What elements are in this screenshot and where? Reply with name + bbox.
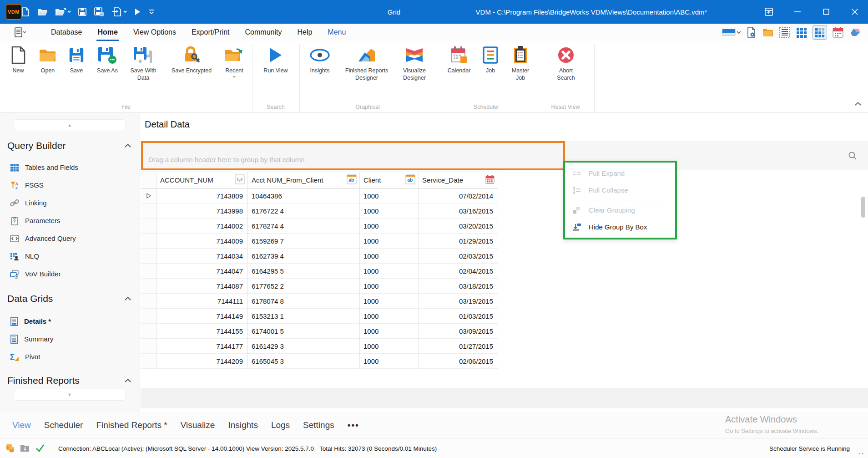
search-icon[interactable] bbox=[848, 151, 857, 162]
save-to-folder-icon[interactable] bbox=[20, 443, 30, 454]
save-button[interactable]: Save bbox=[65, 45, 88, 74]
row-expand-cell[interactable] bbox=[141, 188, 156, 204]
table-row[interactable]: 7144009 6159269 7 1000 01/29/2015 bbox=[141, 234, 498, 249]
sidebar-item-parameters[interactable]: ? Parameters bbox=[0, 212, 140, 229]
row-selector-cell[interactable] bbox=[141, 294, 156, 309]
row-selector-cell[interactable] bbox=[141, 279, 156, 294]
sidebar-item-fsgs[interactable]: AZ FSGS bbox=[0, 176, 140, 194]
sidebar-scroll-up-button[interactable]: ▲ bbox=[14, 119, 126, 131]
tab-settings[interactable]: Settings bbox=[303, 420, 334, 430]
open-recent-icon[interactable] bbox=[55, 7, 71, 17]
row-selector-cell[interactable] bbox=[141, 219, 156, 234]
horizontal-scroll-track[interactable] bbox=[141, 388, 868, 408]
section-data-grids[interactable]: Data Grids bbox=[7, 291, 131, 306]
dock-window-icon[interactable] bbox=[764, 7, 774, 17]
sidebar-item-advanced-query[interactable]: Advanced Query bbox=[0, 229, 140, 247]
row-selector-cell[interactable] bbox=[141, 339, 156, 354]
open-folder-icon[interactable] bbox=[37, 7, 48, 16]
customize-toolbar-icon[interactable] bbox=[148, 8, 155, 15]
abort-search-button[interactable]: Abort Search bbox=[550, 45, 582, 82]
save-all-icon[interactable] bbox=[94, 7, 105, 17]
table-row[interactable]: 7143998 6176722 4 1000 03/16/2015 bbox=[141, 204, 498, 219]
master-job-button[interactable]: Master Job bbox=[507, 45, 534, 82]
table-row[interactable]: 7144177 6161429 3 1000 01/27/2015 bbox=[141, 339, 498, 354]
tab-finished-reports[interactable]: Finished Reports * bbox=[96, 420, 167, 430]
menu-community[interactable]: Community bbox=[245, 24, 282, 41]
close-button[interactable] bbox=[850, 7, 860, 17]
finished-reports-designer-button[interactable]: Finished Reports Designer bbox=[339, 45, 394, 82]
save-as-button[interactable]: Save As bbox=[93, 45, 122, 74]
table-row[interactable]: 7144155 6174001 5 1000 03/09/2015 bbox=[141, 324, 498, 339]
save-encrypted-button[interactable]: Save Encrypted bbox=[165, 45, 218, 74]
collapse-ribbon-icon[interactable] bbox=[854, 100, 862, 108]
sidebar-item-summary[interactable]: Summary bbox=[0, 330, 140, 348]
tab-scheduler[interactable]: Scheduler bbox=[44, 420, 83, 430]
row-selector-cell[interactable] bbox=[141, 249, 156, 264]
view-settings-icon[interactable] bbox=[746, 26, 757, 38]
table-row[interactable]: 7144047 6164295 5 1000 02/04/2015 bbox=[141, 264, 498, 279]
report-list-view-icon[interactable] bbox=[779, 26, 791, 38]
tab-visualize[interactable]: Visualize bbox=[181, 420, 215, 430]
theme-color-picker-icon[interactable] bbox=[722, 27, 741, 37]
calendar-button[interactable]: Calendar bbox=[443, 45, 475, 74]
export-view-icon[interactable] bbox=[111, 7, 127, 17]
row-selector-cell[interactable] bbox=[141, 264, 156, 279]
open-button[interactable]: Open bbox=[35, 45, 61, 74]
sidebar-item-tables-and-fields[interactable]: Tables and Fields bbox=[0, 158, 140, 176]
recent-button[interactable]: Recent ⌄ bbox=[220, 45, 249, 77]
resize-grip[interactable] bbox=[859, 453, 863, 454]
menu-menu[interactable]: Menu bbox=[328, 24, 346, 41]
calendar-view-icon[interactable] bbox=[832, 26, 844, 38]
database-connection-icon[interactable] bbox=[5, 443, 15, 454]
run-view-button[interactable]: Run View bbox=[257, 45, 294, 74]
open-views-folder-icon[interactable] bbox=[762, 27, 774, 37]
tab-insights[interactable]: Insights bbox=[228, 420, 257, 430]
sidebar-item-pivot[interactable]: Σ Pivot bbox=[0, 348, 140, 366]
new-document-icon[interactable] bbox=[21, 7, 30, 17]
row-selector-cell[interactable] bbox=[141, 204, 156, 219]
row-selector-cell[interactable] bbox=[141, 309, 156, 324]
job-button[interactable]: Job bbox=[480, 45, 501, 74]
sidebar-item-vov-builder[interactable]: VoV Builder bbox=[0, 265, 140, 283]
group-by-box-highlight[interactable]: Drag a column header here to group by th… bbox=[141, 141, 565, 170]
column-header-client[interactable]: Client ab bbox=[360, 172, 419, 188]
table-row[interactable]: 7144209 6165045 3 1000 02/06/2015 bbox=[141, 354, 498, 369]
sidebar-scroll-down-button[interactable]: ▼ bbox=[14, 389, 126, 401]
section-query-builder[interactable]: Query Builder bbox=[7, 138, 131, 153]
tab-view[interactable]: View bbox=[12, 420, 31, 430]
column-header-acct-num-from-client[interactable]: Acct NUM_From_Client ab bbox=[248, 172, 360, 188]
grid-view-icon[interactable] bbox=[796, 26, 807, 38]
table-row[interactable]: 7144087 6177652 2 1000 03/18/2015 bbox=[141, 279, 498, 294]
run-view-quick-icon[interactable] bbox=[134, 8, 141, 16]
tab-overflow-icon[interactable]: ••• bbox=[348, 420, 359, 430]
table-row[interactable]: 7144002 6178274 4 1000 03/20/2015 bbox=[141, 219, 498, 234]
save-icon[interactable] bbox=[78, 7, 87, 16]
sidebar-item-nlq[interactable]: NLQ bbox=[0, 247, 140, 265]
column-header-service-date[interactable]: Service_Date bbox=[419, 172, 498, 188]
row-selector-cell[interactable] bbox=[141, 234, 156, 249]
insights-button[interactable]: Insights bbox=[305, 45, 335, 74]
view-list-menu-icon[interactable] bbox=[14, 27, 27, 38]
save-with-data-button[interactable]: Save With Data bbox=[124, 45, 162, 82]
row-selector-cell[interactable] bbox=[141, 354, 156, 369]
maximize-button[interactable] bbox=[821, 7, 831, 17]
visualize-designer-button[interactable]: Visualize Designer bbox=[395, 45, 434, 82]
menu-item-hide-group-by-box[interactable]: Hide Group By Box bbox=[565, 219, 675, 235]
table-row[interactable]: 7144111 6178074 8 1000 03/19/2015 bbox=[141, 294, 498, 309]
new-button[interactable]: New bbox=[5, 45, 31, 74]
grid-view-selected-icon[interactable] bbox=[812, 25, 827, 40]
vdm-app-logo[interactable]: VDM bbox=[6, 4, 21, 20]
sidebar-item-linking[interactable]: Linking bbox=[0, 194, 140, 212]
row-selector-cell[interactable] bbox=[141, 324, 156, 339]
table-row[interactable]: 7143809 10464386 1000 07/02/2014 bbox=[141, 188, 498, 204]
vertical-scrollbar-thumb[interactable] bbox=[861, 197, 865, 218]
clear-eraser-icon[interactable] bbox=[849, 27, 861, 38]
minimize-button[interactable] bbox=[792, 7, 802, 17]
menu-view-options[interactable]: View Options bbox=[133, 24, 176, 41]
column-header-account-num[interactable]: ACCOUNT_NUM 1,2 bbox=[156, 172, 248, 188]
section-finished-reports[interactable]: Finished Reports bbox=[7, 373, 131, 388]
menu-help[interactable]: Help bbox=[297, 24, 312, 41]
menu-home[interactable]: Home bbox=[98, 24, 118, 41]
tab-logs[interactable]: Logs bbox=[271, 420, 290, 430]
menu-database[interactable]: Database bbox=[51, 24, 82, 41]
